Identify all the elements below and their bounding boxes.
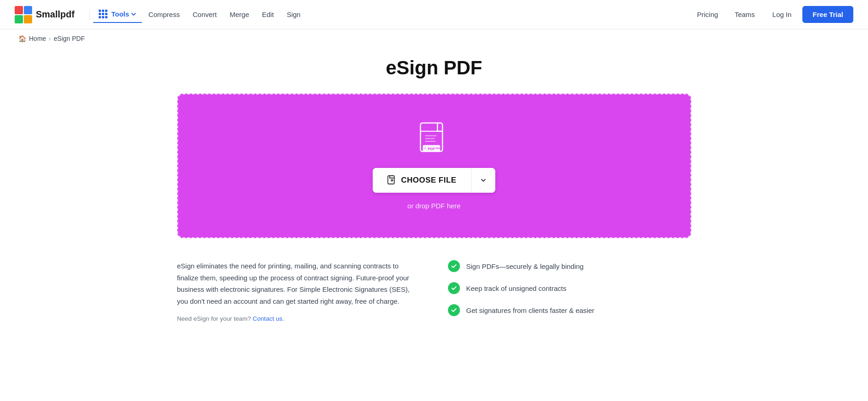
navbar-right: Pricing Teams Log In Free Trial xyxy=(691,6,853,23)
free-trial-button[interactable]: Free Trial xyxy=(802,6,853,23)
edit-nav-link[interactable]: Edit xyxy=(256,7,280,22)
home-icon: 🏠 xyxy=(18,35,26,42)
feature-text: Sign PDFs—securely & legally binding xyxy=(466,262,584,270)
description-block: eSign eliminates the need for printing, … xyxy=(177,260,420,322)
upload-icon xyxy=(387,175,397,185)
svg-rect-3 xyxy=(24,15,32,23)
convert-nav-link[interactable]: Convert xyxy=(186,7,224,22)
sign-nav-link[interactable]: Sign xyxy=(280,7,307,22)
choose-file-dropdown-button[interactable] xyxy=(471,168,495,193)
pdf-file-icon: PDF xyxy=(418,122,450,159)
bottom-section: eSign eliminates the need for printing, … xyxy=(177,260,691,322)
svg-rect-0 xyxy=(15,6,23,14)
grid-icon xyxy=(99,10,107,18)
choose-file-button[interactable]: CHOOSE FILE xyxy=(373,168,471,193)
breadcrumb-current: eSign PDF xyxy=(54,35,85,42)
file-drop-zone[interactable]: PDF CHOOSE FILE xyxy=(177,94,691,238)
breadcrumb-separator: › xyxy=(49,35,51,42)
team-note: Need eSign for your team? Contact us. xyxy=(177,315,420,322)
nav-divider xyxy=(89,9,90,20)
svg-rect-2 xyxy=(15,15,23,23)
teams-nav-link[interactable]: Teams xyxy=(728,7,761,22)
main-content: eSign PDF PDF xyxy=(159,48,710,350)
logo-text: Smallpdf xyxy=(36,9,74,20)
navbar: Smallpdf Tools Compress Convert Merge Ed… xyxy=(0,0,868,29)
svg-rect-1 xyxy=(24,6,32,14)
choose-file-label: CHOOSE FILE xyxy=(401,176,457,185)
merge-nav-link[interactable]: Merge xyxy=(223,7,256,22)
logo-icon xyxy=(15,6,32,23)
tools-menu-button[interactable]: Tools xyxy=(93,6,142,23)
logo-link[interactable]: Smallpdf xyxy=(15,6,74,23)
feature-text: Keep track of unsigned contracts xyxy=(466,284,566,292)
breadcrumb: 🏠 Home › eSign PDF xyxy=(0,29,868,48)
check-icon xyxy=(448,304,460,316)
page-title: eSign PDF xyxy=(177,57,691,79)
description-text: eSign eliminates the need for printing, … xyxy=(177,260,420,307)
chevron-down-icon xyxy=(131,11,136,17)
dropdown-chevron-icon xyxy=(480,177,487,184)
svg-text:PDF: PDF xyxy=(428,147,435,151)
feature-item: Get signatures from clients faster & eas… xyxy=(448,304,691,316)
feature-text: Get signatures from clients faster & eas… xyxy=(466,306,594,314)
choose-file-row: CHOOSE FILE xyxy=(373,168,496,193)
features-list: Sign PDFs—securely & legally binding Kee… xyxy=(448,260,691,316)
breadcrumb-home-link[interactable]: Home xyxy=(29,35,46,42)
tools-label: Tools xyxy=(111,10,129,18)
drop-hint: or drop PDF here xyxy=(408,202,461,210)
login-button[interactable]: Log In xyxy=(765,7,799,22)
team-note-text: Need eSign for your team? xyxy=(177,315,251,322)
check-icon xyxy=(448,260,460,272)
contact-link[interactable]: Contact us. xyxy=(253,315,284,322)
feature-item: Sign PDFs—securely & legally binding xyxy=(448,260,691,272)
check-icon xyxy=(448,282,460,294)
feature-item: Keep track of unsigned contracts xyxy=(448,282,691,294)
pdf-icon-wrap: PDF xyxy=(418,122,450,159)
pricing-nav-link[interactable]: Pricing xyxy=(691,7,725,22)
compress-nav-link[interactable]: Compress xyxy=(142,7,186,22)
